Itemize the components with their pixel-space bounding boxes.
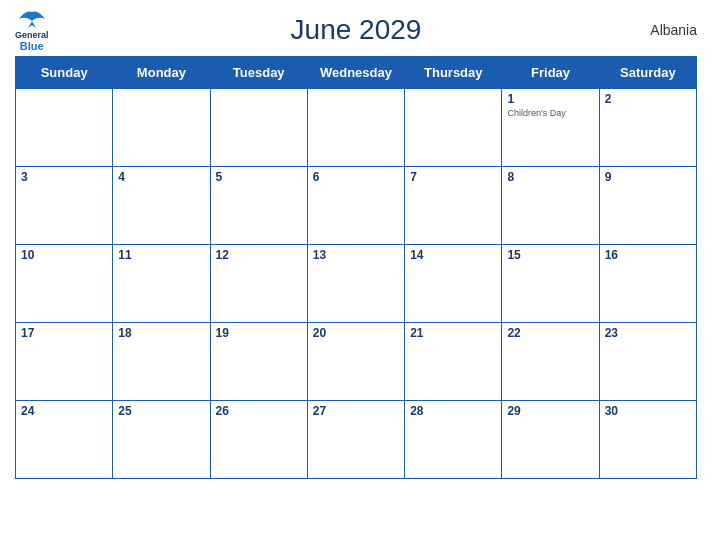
calendar-cell: 28 <box>405 401 502 479</box>
header-sunday: Sunday <box>16 57 113 89</box>
calendar-week-5: 24252627282930 <box>16 401 697 479</box>
calendar-cell: 30 <box>599 401 696 479</box>
calendar-cell: 23 <box>599 323 696 401</box>
calendar-cell: 24 <box>16 401 113 479</box>
day-number: 6 <box>313 170 399 184</box>
day-number: 22 <box>507 326 593 340</box>
day-number: 7 <box>410 170 496 184</box>
day-number: 15 <box>507 248 593 262</box>
calendar-cell: 4 <box>113 167 210 245</box>
day-number: 3 <box>21 170 107 184</box>
calendar-cell: 9 <box>599 167 696 245</box>
day-number: 4 <box>118 170 204 184</box>
calendar-cell: 2 <box>599 89 696 167</box>
calendar-cell: 11 <box>113 245 210 323</box>
calendar-week-4: 17181920212223 <box>16 323 697 401</box>
calendar-cell <box>307 89 404 167</box>
calendar-cell <box>113 89 210 167</box>
page-header: General Blue June 2029 Albania <box>15 10 697 50</box>
calendar-cell: 22 <box>502 323 599 401</box>
day-number: 10 <box>21 248 107 262</box>
day-number: 1 <box>507 92 593 106</box>
calendar-cell: 1Children's Day <box>502 89 599 167</box>
day-number: 14 <box>410 248 496 262</box>
calendar-cell <box>405 89 502 167</box>
calendar-cell: 7 <box>405 167 502 245</box>
calendar-cell: 16 <box>599 245 696 323</box>
page-title: June 2029 <box>291 14 422 46</box>
logo-general: General <box>15 31 49 41</box>
day-number: 23 <box>605 326 691 340</box>
calendar-cell: 25 <box>113 401 210 479</box>
weekday-header-row: Sunday Monday Tuesday Wednesday Thursday… <box>16 57 697 89</box>
calendar-cell: 14 <box>405 245 502 323</box>
day-number: 2 <box>605 92 691 106</box>
logo: General Blue <box>15 8 49 53</box>
header-tuesday: Tuesday <box>210 57 307 89</box>
day-number: 21 <box>410 326 496 340</box>
calendar-cell: 15 <box>502 245 599 323</box>
calendar-week-2: 3456789 <box>16 167 697 245</box>
calendar-cell: 19 <box>210 323 307 401</box>
day-number: 18 <box>118 326 204 340</box>
day-number: 27 <box>313 404 399 418</box>
calendar-cell <box>210 89 307 167</box>
calendar-cell: 6 <box>307 167 404 245</box>
day-number: 16 <box>605 248 691 262</box>
logo-blue: Blue <box>20 40 44 52</box>
day-number: 8 <box>507 170 593 184</box>
day-number: 5 <box>216 170 302 184</box>
calendar-cell: 3 <box>16 167 113 245</box>
calendar-cell: 13 <box>307 245 404 323</box>
day-number: 24 <box>21 404 107 418</box>
calendar-page: General Blue June 2029 Albania Sunday Mo… <box>0 0 712 550</box>
header-saturday: Saturday <box>599 57 696 89</box>
header-monday: Monday <box>113 57 210 89</box>
day-number: 17 <box>21 326 107 340</box>
day-number: 9 <box>605 170 691 184</box>
calendar-cell: 20 <box>307 323 404 401</box>
calendar-cell: 10 <box>16 245 113 323</box>
calendar-cell: 27 <box>307 401 404 479</box>
calendar-cell: 29 <box>502 401 599 479</box>
calendar-cell: 21 <box>405 323 502 401</box>
calendar-cell: 26 <box>210 401 307 479</box>
calendar-week-1: 1Children's Day2 <box>16 89 697 167</box>
day-number: 30 <box>605 404 691 418</box>
day-number: 11 <box>118 248 204 262</box>
header-friday: Friday <box>502 57 599 89</box>
calendar-cell <box>16 89 113 167</box>
day-number: 12 <box>216 248 302 262</box>
day-number: 19 <box>216 326 302 340</box>
day-number: 25 <box>118 404 204 418</box>
day-number: 13 <box>313 248 399 262</box>
calendar-cell: 17 <box>16 323 113 401</box>
calendar-cell: 8 <box>502 167 599 245</box>
country-label: Albania <box>650 22 697 38</box>
day-number: 26 <box>216 404 302 418</box>
calendar-table: Sunday Monday Tuesday Wednesday Thursday… <box>15 56 697 479</box>
header-thursday: Thursday <box>405 57 502 89</box>
day-number: 28 <box>410 404 496 418</box>
day-number: 29 <box>507 404 593 418</box>
holiday-name: Children's Day <box>507 108 593 119</box>
calendar-cell: 12 <box>210 245 307 323</box>
header-wednesday: Wednesday <box>307 57 404 89</box>
calendar-cell: 5 <box>210 167 307 245</box>
day-number: 20 <box>313 326 399 340</box>
calendar-cell: 18 <box>113 323 210 401</box>
calendar-week-3: 10111213141516 <box>16 245 697 323</box>
